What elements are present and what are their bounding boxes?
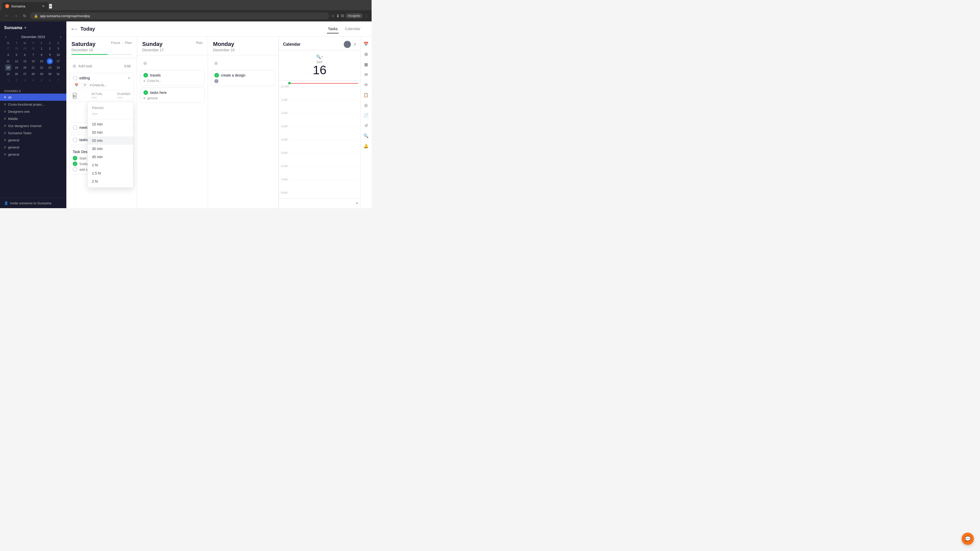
mail-icon[interactable]: ✉ <box>362 70 370 79</box>
subtask-checkbox-1[interactable] <box>73 156 77 160</box>
subtask-checkbox-2[interactable] <box>73 162 77 166</box>
planned-option-1-5hr[interactable]: 1.5 hr <box>88 169 133 177</box>
cal-day[interactable]: 30 <box>47 71 53 77</box>
cal-day[interactable]: 5 <box>14 52 20 58</box>
cal-day[interactable]: 4 <box>5 52 11 58</box>
cal-day[interactable]: 21 <box>30 65 36 71</box>
cal-day[interactable]: 14 <box>30 58 36 64</box>
calendar-icon[interactable]: 📅 <box>362 40 370 48</box>
cal-day[interactable]: 9 <box>47 52 53 58</box>
tab-calendar[interactable]: Calendar <box>344 24 361 33</box>
planned-option-30min[interactable]: 30 min <box>88 144 133 153</box>
notebook-icon[interactable]: 📋 <box>362 91 370 99</box>
cal-day[interactable]: 27 <box>22 71 28 77</box>
cal-day[interactable]: 11 <box>5 58 11 64</box>
task-chevron[interactable]: ▲ <box>127 76 130 79</box>
cal-day[interactable]: 31 <box>55 71 61 77</box>
document-icon[interactable]: 📄 <box>362 111 370 119</box>
cal-day[interactable]: 24 <box>55 65 61 71</box>
task-checkbox-tasks-here[interactable] <box>143 90 148 95</box>
cal-day[interactable]: 29 <box>22 45 28 52</box>
cal-day[interactable]: 28 <box>30 71 36 77</box>
cal-day[interactable]: 7 <box>30 52 36 58</box>
channel-item-our-designers[interactable]: # Our designers channel <box>0 122 66 129</box>
cal-day[interactable]: 13 <box>22 58 28 64</box>
planned-value[interactable]: --:-- <box>117 95 130 99</box>
cal-day[interactable]: 28 <box>14 45 20 52</box>
task-calendar-icon[interactable]: 📅 <box>73 83 80 88</box>
planned-option-20min[interactable]: 20 min <box>88 128 133 137</box>
bell-icon[interactable]: 🔔 <box>362 142 370 150</box>
cal-day[interactable]: 26 <box>14 71 20 77</box>
channel-item-sunsama-tasks[interactable]: # Sunsama Tasks <box>0 129 66 137</box>
reload-button[interactable]: ↻ <box>21 13 28 19</box>
cal-prev-button[interactable]: ‹ <box>4 34 7 39</box>
planned-option-1hr[interactable]: 1 hr <box>88 161 133 169</box>
cal-day[interactable]: 6 <box>47 77 53 83</box>
channel-item-middle[interactable]: # Middle <box>0 115 66 122</box>
task-checkbox-meeting[interactable] <box>73 125 77 130</box>
add-task-row[interactable]: ⊕ Add task 0:55 <box>69 61 134 71</box>
cal-day-highlighted[interactable]: 18 <box>5 65 11 71</box>
cal-day[interactable]: 2 <box>14 77 20 83</box>
cal-day[interactable]: 22 <box>38 65 45 71</box>
cal-day[interactable]: 5 <box>38 77 45 83</box>
cal-day[interactable]: 10 <box>55 52 61 58</box>
grid-icon[interactable]: ⊞ <box>362 50 370 58</box>
back-button[interactable]: ← <box>3 13 10 19</box>
refresh-icon[interactable]: ↺ <box>362 121 370 130</box>
cal-day[interactable]: 2 <box>47 45 53 52</box>
cal-day[interactable]: 7 <box>55 77 61 83</box>
planned-option-2hr[interactable]: 2 hr <box>88 177 133 186</box>
task-checkbox-design[interactable] <box>215 73 219 78</box>
cal-day[interactable]: 1 <box>38 45 45 52</box>
channel-item-cross[interactable]: # Cross-functional projec... <box>0 101 66 108</box>
expand-icon[interactable]: ↗ <box>353 42 356 47</box>
tab-close-button[interactable]: ✕ <box>42 4 45 8</box>
menu-icon[interactable]: ⋮ <box>364 14 369 18</box>
task-checkbox-tasks[interactable] <box>73 138 77 142</box>
plan-action-sunday[interactable]: Plan <box>196 41 203 44</box>
new-tab-button[interactable]: + <box>49 4 52 9</box>
download-icon[interactable]: ⬇ <box>336 14 339 18</box>
sidebar-brand[interactable]: Sunsama ▼ <box>4 25 27 30</box>
address-bar[interactable]: 🔒 app.sunsama.com/group/moodjoy <box>30 13 329 19</box>
tab-manager-icon[interactable]: ⧉ <box>341 14 344 18</box>
panel-toggle-button[interactable]: ⟵ <box>72 27 77 32</box>
location-icon[interactable]: ◎ <box>362 101 370 109</box>
add-task-row-sunday[interactable]: ⊕ <box>140 59 204 68</box>
plan-action[interactable]: Plan <box>125 41 132 44</box>
cal-day[interactable]: 23 <box>47 65 53 71</box>
browser-tab[interactable]: S Sunsama ✕ <box>2 2 48 10</box>
cal-zoom-in[interactable]: 🔍+ <box>316 54 323 59</box>
cal-day[interactable]: 17 <box>55 58 61 64</box>
cal-day[interactable]: 4 <box>30 77 36 83</box>
today-button[interactable]: Today <box>80 26 95 32</box>
cal-next-button[interactable]: › <box>59 34 62 39</box>
cal-day[interactable]: 30 <box>30 45 36 52</box>
cal-day[interactable]: 8 <box>38 52 45 58</box>
add-task-row-monday[interactable]: ⊕ <box>211 59 275 68</box>
channel-item-general-2[interactable]: # general <box>0 144 66 151</box>
channel-item-general-3[interactable]: # general <box>0 151 66 158</box>
task-timer-icon[interactable]: ⏱ <box>82 83 88 88</box>
planned-option-25min[interactable]: 25 min <box>88 137 133 144</box>
task-checkbox-travels[interactable] <box>143 73 148 78</box>
subtask-checkbox-3[interactable] <box>73 167 77 171</box>
invite-button[interactable]: 👤 Invite someone to Sunsama <box>4 201 62 205</box>
play-button[interactable]: ▶ <box>73 93 77 99</box>
channel-item-general-1[interactable]: # general <box>0 137 66 144</box>
cal-day[interactable]: 15 <box>38 58 45 64</box>
tab-tasks[interactable]: Tasks <box>327 24 339 33</box>
cal-day[interactable]: 1 <box>5 77 11 83</box>
cal-day-today[interactable]: 16 <box>47 58 53 64</box>
channel-item-all[interactable]: # all <box>0 94 66 101</box>
table-icon[interactable]: ▦ <box>362 60 370 68</box>
cal-day[interactable]: 25 <box>5 71 11 77</box>
cal-day[interactable]: 27 <box>5 45 11 52</box>
cal-day[interactable]: 19 <box>14 65 20 71</box>
forward-button[interactable]: → <box>12 13 19 19</box>
planned-option-45min[interactable]: 45 min <box>88 153 133 161</box>
cal-day[interactable]: 29 <box>38 71 45 77</box>
planned-time-input[interactable]: --:-- <box>88 111 133 118</box>
